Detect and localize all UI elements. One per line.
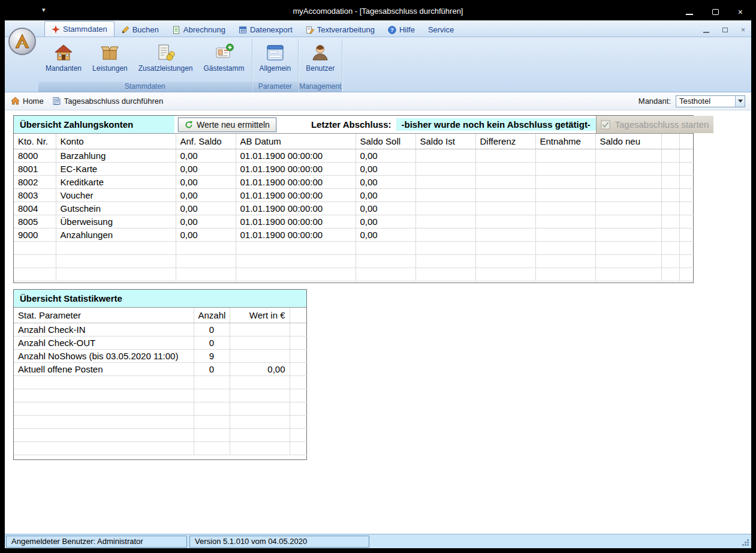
table-cell[interactable]: 8001 <box>14 162 56 175</box>
table-row[interactable]: 8001EC-Karte0,0001.01.1900 00:00:000,00 <box>14 162 694 175</box>
table-cell[interactable]: 0 <box>194 323 230 336</box>
table-cell[interactable]: 01.01.1900 00:00:00 <box>236 175 356 188</box>
table-cell[interactable] <box>56 268 176 281</box>
tab-datenexport[interactable]: Datenexport <box>232 23 299 37</box>
table-row[interactable]: Anzahl Check-OUT0 <box>14 336 308 349</box>
table-cell[interactable]: Überweisung <box>56 215 176 228</box>
column-header[interactable]: Saldo Soll <box>356 134 415 149</box>
table-cell[interactable] <box>290 402 308 415</box>
table-cell[interactable]: 01.01.1900 00:00:00 <box>236 202 356 215</box>
table-cell[interactable]: 0,00 <box>176 188 236 202</box>
table-cell[interactable] <box>14 441 194 455</box>
column-header[interactable]: Wert in € <box>230 308 290 323</box>
table-cell[interactable]: Anzahlungen <box>56 228 176 241</box>
table-cell[interactable] <box>356 268 415 281</box>
table-row[interactable] <box>14 254 694 268</box>
table-cell[interactable]: 8004 <box>14 202 56 215</box>
table-cell[interactable] <box>194 402 230 415</box>
table-cell[interactable] <box>415 202 475 215</box>
table-cell[interactable] <box>661 254 679 268</box>
table-cell[interactable] <box>236 241 356 254</box>
table-cell[interactable] <box>290 389 308 402</box>
column-header[interactable]: Anf. Saldo <box>176 134 236 149</box>
table-cell[interactable] <box>679 215 694 228</box>
table-cell[interactable] <box>290 349 308 362</box>
mandant-dropdown-button[interactable] <box>735 96 745 107</box>
table-cell[interactable] <box>475 215 535 228</box>
tab-textverarbeitung[interactable]: Textverarbeitung <box>299 23 381 37</box>
table-cell[interactable] <box>595 202 661 215</box>
table-row[interactable]: 8000Barzahlung0,0001.01.1900 00:00:000,0… <box>14 149 694 162</box>
benutzer-button[interactable]: Benutzer <box>301 40 339 74</box>
table-cell[interactable] <box>176 254 236 268</box>
table-cell[interactable] <box>535 188 595 202</box>
zusatzleistungen-button[interactable]: Zusatzleistungen <box>134 40 198 74</box>
table-cell[interactable]: Gutschein <box>56 202 176 215</box>
table-cell[interactable] <box>14 402 194 415</box>
refresh-values-button[interactable]: Werte neu ermitteln <box>178 118 276 132</box>
table-cell[interactable]: 0,00 <box>176 202 236 215</box>
column-header[interactable]: Differenz <box>475 134 535 149</box>
table-cell[interactable] <box>475 149 535 162</box>
table-row[interactable] <box>14 268 694 281</box>
table-cell[interactable] <box>415 175 475 188</box>
table-row[interactable]: 8002Kreditkarte0,0001.01.1900 00:00:000,… <box>14 175 694 188</box>
table-cell[interactable] <box>14 415 194 428</box>
table-cell[interactable]: 0,00 <box>356 162 415 175</box>
column-header[interactable]: Kto. Nr. <box>14 134 56 149</box>
table-cell[interactable] <box>595 228 661 241</box>
table-row[interactable]: Anzahl NoShows (bis 03.05.2020 11:00)9 <box>14 349 308 362</box>
table-cell[interactable]: 01.01.1900 00:00:00 <box>236 228 356 241</box>
table-cell[interactable]: Voucher <box>56 188 176 202</box>
table-row[interactable] <box>14 415 308 428</box>
table-cell[interactable]: 0,00 <box>356 202 415 215</box>
table-cell[interactable]: 0,00 <box>176 162 236 175</box>
table-cell[interactable]: 0 <box>194 336 230 349</box>
table-cell[interactable] <box>194 441 230 455</box>
allgemein-button[interactable]: Allgemein <box>255 40 296 74</box>
breadcrumb-home[interactable]: Home <box>11 97 44 106</box>
title-bar[interactable]: ▾ myAccomodation - [Tagesabschluss durch… <box>5 5 751 20</box>
table-cell[interactable] <box>595 188 661 202</box>
table-cell[interactable] <box>679 175 694 188</box>
table-cell[interactable] <box>661 188 679 202</box>
table-cell[interactable] <box>661 268 679 281</box>
column-header[interactable]: AB Datum <box>236 134 356 149</box>
table-cell[interactable] <box>194 428 230 441</box>
close-button[interactable]: × <box>738 8 743 16</box>
table-cell[interactable] <box>535 268 595 281</box>
table-cell[interactable]: 01.01.1900 00:00:00 <box>236 188 356 202</box>
table-cell[interactable] <box>415 268 475 281</box>
mandant-combobox[interactable]: Testhotel <box>676 95 745 107</box>
table-cell[interactable] <box>14 241 56 254</box>
table-cell[interactable] <box>595 215 661 228</box>
table-row[interactable]: Aktuell offene Posten00,00 <box>14 362 308 375</box>
table-row[interactable] <box>14 241 694 254</box>
table-cell[interactable] <box>236 268 356 281</box>
table-row[interactable] <box>14 428 308 441</box>
table-cell[interactable] <box>595 175 661 188</box>
table-cell[interactable] <box>475 188 535 202</box>
table-cell[interactable] <box>535 241 595 254</box>
column-header[interactable]: Stat. Parameter <box>14 308 194 323</box>
table-cell[interactable] <box>176 268 236 281</box>
column-header[interactable]: Entnahme <box>535 134 595 149</box>
table-cell[interactable]: 8000 <box>14 149 56 162</box>
column-header[interactable]: Anzahl <box>194 308 230 323</box>
table-cell[interactable]: 01.01.1900 00:00:00 <box>236 215 356 228</box>
table-cell[interactable] <box>415 162 475 175</box>
tab-abrechnung[interactable]: Abrechnung <box>165 23 232 37</box>
table-row[interactable] <box>14 402 308 415</box>
table-cell[interactable] <box>290 323 308 336</box>
table-cell[interactable] <box>415 228 475 241</box>
table-cell[interactable] <box>194 415 230 428</box>
table-cell[interactable] <box>356 254 415 268</box>
table-cell[interactable] <box>194 375 230 389</box>
table-cell[interactable] <box>356 241 415 254</box>
table-cell[interactable] <box>595 254 661 268</box>
table-cell[interactable] <box>535 162 595 175</box>
table-cell[interactable] <box>535 149 595 162</box>
table-cell[interactable]: 0,00 <box>230 362 290 375</box>
table-cell[interactable] <box>595 268 661 281</box>
tab-buchen[interactable]: Buchen <box>115 23 165 37</box>
